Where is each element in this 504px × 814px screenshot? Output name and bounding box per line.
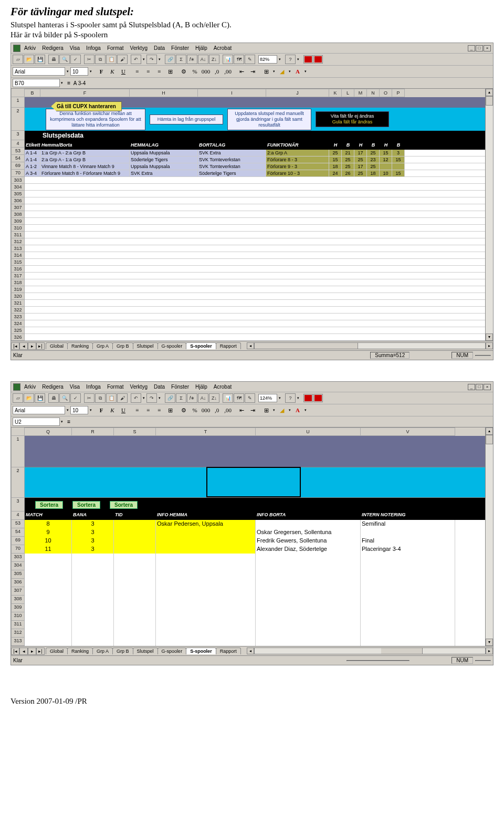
cell[interactable]: 8 — [25, 520, 72, 528]
select-all[interactable] — [11, 89, 25, 97]
scroll-right-icon[interactable]: ▸ — [486, 342, 493, 349]
score-cell[interactable]: 10 — [380, 170, 392, 176]
menu-data[interactable]: Data — [151, 44, 167, 52]
redo-dropdown[interactable]: ▾ — [158, 55, 162, 64]
scroll-down-icon[interactable]: ▾ — [486, 639, 493, 646]
table-row[interactable]: A 3-4Förlorare Match 8 - Förlorare Match… — [25, 170, 485, 177]
menu-acrobat[interactable]: Acrobat — [211, 44, 234, 52]
row-header[interactable]: 318 — [11, 279, 25, 286]
cell[interactable]: Förlorare Match 8 - Förlorare Match 9 — [40, 170, 130, 176]
score-cell[interactable]: 24 — [329, 170, 342, 176]
score-cell[interactable]: 18 — [329, 163, 342, 170]
cell[interactable]: Förlorare 10 - 3 — [266, 170, 329, 176]
score-cell[interactable]: 25 — [354, 156, 367, 163]
row-header[interactable]: 70 — [11, 170, 25, 177]
scroll-down-icon[interactable]: ▾ — [486, 333, 493, 341]
menu-infoga[interactable]: Infoga — [83, 383, 103, 391]
cell[interactable]: 2:a Grp A — [266, 150, 329, 156]
row-header[interactable]: 326 — [11, 334, 25, 341]
merge-center-icon[interactable]: ⊞ — [165, 405, 175, 415]
empty-row[interactable] — [25, 604, 485, 612]
col-header[interactable]: O — [380, 89, 392, 97]
cell[interactable]: Oskar Pedersen, Uppsala — [156, 520, 256, 528]
scroll-thumb[interactable] — [486, 96, 493, 106]
merge-center-icon[interactable]: ⊞ — [165, 67, 175, 76]
comma-icon[interactable]: 000 — [201, 67, 211, 76]
row-header[interactable]: 54 — [11, 528, 25, 537]
font-name[interactable]: Arial — [13, 67, 65, 76]
scroll-thumb[interactable] — [486, 435, 493, 444]
row-header[interactable]: 325 — [11, 327, 25, 334]
score-cell[interactable]: 25 — [342, 156, 354, 163]
empty-row[interactable] — [25, 334, 485, 341]
col-header[interactable]: S — [114, 427, 156, 436]
cell[interactable]: 2:a Grp A - 1:a Grp B — [40, 156, 130, 163]
row-header[interactable]: 4 — [11, 512, 25, 520]
italic-icon[interactable]: K — [107, 405, 118, 415]
empty-row[interactable] — [25, 184, 485, 191]
sheet-tab[interactable]: Slutspel — [133, 342, 158, 349]
name-box-dropdown[interactable]: ▾ — [60, 78, 64, 88]
cell[interactable]: Förlorare 9 - 3 — [266, 163, 329, 170]
horizontal-scrollbar[interactable]: ◂ ▸ — [247, 342, 493, 349]
row-header[interactable]: 308 — [11, 596, 25, 604]
align-right-icon[interactable]: ≡ — [154, 67, 164, 76]
row-header[interactable]: 310 — [11, 612, 25, 621]
cell[interactable]: A 3-4 — [25, 170, 40, 176]
map-icon[interactable]: 🗺 — [234, 393, 244, 403]
col-header[interactable]: K — [329, 89, 342, 97]
cell[interactable]: 10 — [25, 537, 72, 545]
fill-color-icon[interactable]: ◢ — [277, 67, 287, 76]
empty-row[interactable] — [25, 279, 485, 286]
borders-dropdown[interactable]: ▾ — [272, 405, 276, 415]
cell[interactable]: Uppsala Muppsala — [130, 150, 198, 156]
empty-row[interactable] — [25, 252, 485, 259]
empty-row[interactable] — [25, 629, 485, 638]
menu-hjalp[interactable]: Hjälp — [193, 44, 210, 52]
print-icon[interactable]: 🖶 — [48, 55, 59, 64]
borders-icon[interactable]: ⊞ — [261, 405, 271, 415]
function-icon[interactable]: f∗ — [187, 393, 197, 403]
cell[interactable]: 3 — [72, 545, 114, 554]
row-header[interactable]: 303 — [11, 554, 25, 562]
menu-infoga[interactable]: Infoga — [83, 44, 103, 52]
hyperlink-icon[interactable]: 🔗 — [165, 393, 175, 403]
drawing-icon[interactable]: ✎ — [245, 393, 255, 403]
tab-prev-icon[interactable]: ◂ — [19, 648, 28, 655]
cell[interactable]: Semifinal — [361, 520, 455, 528]
comma-icon[interactable]: 000 — [201, 405, 211, 415]
horizontal-scrollbar[interactable]: ◂ ▸ — [247, 648, 493, 654]
row-header[interactable]: 304 — [11, 184, 25, 191]
menu-format[interactable]: Format — [104, 44, 127, 52]
toggle-compress-button[interactable]: Denna funktion switchar mellan att kompr… — [46, 109, 145, 130]
tab-next-icon[interactable]: ▸ — [28, 648, 36, 655]
tab-first-icon[interactable]: |◂ — [11, 648, 19, 655]
row-header[interactable]: 306 — [11, 579, 25, 587]
window-minimize[interactable]: _ — [468, 384, 475, 390]
font-name-dropdown[interactable]: ▾ — [66, 405, 70, 415]
chart-icon[interactable]: 📊 — [223, 55, 233, 64]
font-size[interactable]: 10 — [70, 406, 88, 414]
row-header[interactable]: 305 — [11, 191, 25, 197]
score-cell[interactable]: 25 — [367, 163, 380, 170]
empty-row[interactable] — [25, 327, 485, 334]
dec-indent-icon[interactable]: ⇤ — [236, 67, 247, 76]
menu-fonster[interactable]: Fönster — [169, 44, 192, 52]
font-color-icon[interactable]: A — [292, 405, 303, 415]
fill-color-dropdown[interactable]: ▾ — [288, 405, 292, 415]
open-icon[interactable]: 📂 — [24, 55, 34, 64]
empty-row[interactable] — [25, 232, 485, 238]
cell[interactable]: SVK Extra — [198, 150, 266, 156]
score-cell[interactable]: 25 — [329, 150, 342, 156]
hscroll-thumb[interactable] — [381, 648, 423, 654]
sheet-tab[interactable]: Ranking — [67, 648, 93, 654]
update-playoff-button[interactable]: Uppdatera slutspel med manuellt gjorda ä… — [227, 109, 311, 130]
score-cell[interactable]: 17 — [354, 150, 367, 156]
row-header[interactable]: 314 — [11, 252, 25, 259]
window-close[interactable]: × — [484, 45, 491, 51]
window-minimize[interactable]: _ — [468, 45, 475, 51]
menu-visa[interactable]: Visa — [67, 383, 82, 391]
font-name[interactable]: Arial — [13, 406, 65, 414]
select-all[interactable] — [11, 427, 25, 436]
help-icon[interactable]: ? — [285, 393, 296, 403]
